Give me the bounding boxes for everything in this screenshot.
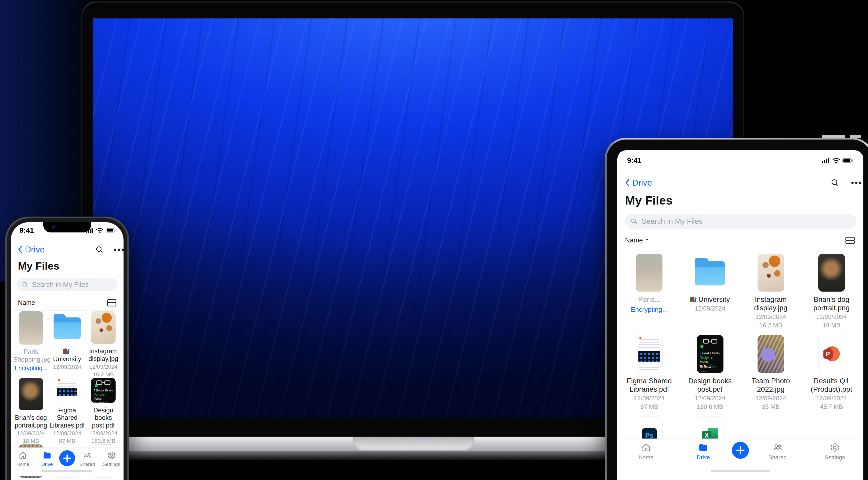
photo-thumbnail bbox=[818, 254, 845, 292]
tab-label: Drive bbox=[697, 454, 710, 461]
search-icon bbox=[630, 217, 638, 225]
search-placeholder: Search in My Files bbox=[642, 217, 703, 226]
shared-people-icon bbox=[772, 442, 783, 453]
powerpoint-icon: P bbox=[824, 349, 833, 359]
grid-item[interactable]: Paris Shopping.jpg Encrypting... bbox=[13, 311, 49, 378]
file-date: 12/09/2024 bbox=[694, 305, 725, 312]
sort-arrow-icon: ↑ bbox=[645, 236, 649, 244]
drive-folder-icon bbox=[698, 442, 708, 453]
tab-drive[interactable]: Drive bbox=[35, 451, 59, 467]
pdf-thumbnail: 5 Books Every Designer Needs To Read VOL… bbox=[697, 335, 723, 373]
tab-label: Shared bbox=[80, 461, 95, 467]
search-input[interactable]: Search in My Files bbox=[624, 214, 856, 229]
add-button[interactable] bbox=[59, 450, 75, 466]
search-icon[interactable] bbox=[830, 178, 840, 187]
back-label: Drive bbox=[632, 178, 652, 187]
file-date: 12/09/2024 bbox=[53, 364, 81, 370]
add-button[interactable] bbox=[732, 442, 749, 459]
grid-item[interactable]: Figma Shared Libraries.pdf 12/09/2024 87… bbox=[50, 378, 85, 444]
internxt-tablet-app: 9:41 Drive bbox=[617, 150, 863, 480]
grid-item[interactable]: Instagram display.jpg 12/09/2024 16.2 MB bbox=[86, 311, 121, 378]
more-menu-icon[interactable] bbox=[114, 248, 116, 251]
grid-item[interactable]: Team Photo 2022.jpg 12/09/2024 35 MB bbox=[745, 335, 797, 416]
file-size: 87 MB bbox=[641, 403, 658, 410]
pdf-thumbnail bbox=[636, 335, 663, 373]
search-placeholder: Search in My Files bbox=[32, 281, 89, 289]
sort-row[interactable]: Name ↑ bbox=[625, 236, 855, 244]
grid-item[interactable]: P Results Q1 (Product).ppt 12/09/2024 48… bbox=[806, 335, 857, 416]
file-date: 12/09/2024 bbox=[755, 395, 786, 402]
tab-home[interactable]: Home bbox=[11, 451, 35, 467]
file-name: University bbox=[690, 295, 730, 304]
file-name: University bbox=[50, 348, 85, 363]
home-icon bbox=[18, 451, 27, 460]
iphone-frame: 9:41 Drive My Files bbox=[5, 216, 129, 480]
list-view-icon[interactable] bbox=[845, 237, 855, 244]
book-cover-line: 5 Books Every bbox=[94, 388, 113, 392]
tab-home[interactable]: Home bbox=[617, 442, 675, 461]
back-button[interactable]: Drive bbox=[625, 178, 652, 187]
pdf-thumbnail: 5 Books Every Designer Needs To Read VOL… bbox=[91, 378, 116, 403]
ipad-frame: 9:41 Drive bbox=[605, 138, 868, 480]
file-size: 48.7 MB bbox=[820, 403, 843, 410]
grid-item[interactable]: Brian’s dog portrait.png 12/09/2024 18 M… bbox=[806, 254, 857, 335]
tab-label: Shared bbox=[768, 454, 786, 461]
grid-item[interactable]: University 12/09/2024 bbox=[50, 311, 85, 378]
back-label: Drive bbox=[25, 245, 44, 254]
page-title: My Files bbox=[18, 260, 59, 272]
tab-shared[interactable]: Shared bbox=[749, 442, 806, 461]
tab-label: Home bbox=[639, 454, 653, 461]
file-name: Results Q1 (Product).ppt bbox=[806, 377, 857, 393]
photo-thumbnail bbox=[757, 254, 784, 292]
status-time: 9:41 bbox=[20, 226, 34, 235]
tablet-nav-row: Drive bbox=[625, 178, 854, 187]
grid-item[interactable]: Brian’s dog portrait.png 12/09/2024 18 M… bbox=[13, 378, 49, 444]
tab-settings[interactable]: Settings bbox=[99, 451, 124, 467]
file-name: Paris... bbox=[638, 295, 660, 304]
tablet-bezel: 9:41 Drive bbox=[607, 139, 868, 480]
more-menu-icon[interactable] bbox=[851, 182, 854, 184]
tab-shared[interactable]: Shared bbox=[75, 451, 99, 467]
tab-settings[interactable]: Settings bbox=[806, 442, 864, 461]
grid-item[interactable]: 5 Books Every Designer Needs To Read VOL… bbox=[86, 378, 121, 444]
file-size: 180.6 MB bbox=[697, 403, 723, 410]
internxt-mobile-app: 9:41 Drive My Files bbox=[11, 222, 124, 480]
file-name: Design books post.pdf bbox=[684, 377, 736, 393]
grid-item[interactable]: 5 Books Every Designer Needs To Read VOL… bbox=[684, 335, 736, 416]
settings-gear-icon bbox=[107, 451, 116, 460]
tab-drive[interactable]: Drive bbox=[675, 442, 732, 461]
chevron-left-icon bbox=[18, 246, 22, 253]
pdf-thumbnail bbox=[55, 378, 80, 403]
search-icon[interactable] bbox=[95, 245, 104, 254]
file-name: Design books post.pdf bbox=[86, 407, 121, 429]
divider bbox=[617, 248, 863, 248]
file-name: Instagram display.jpg bbox=[745, 295, 797, 312]
home-icon bbox=[641, 442, 651, 453]
file-date: 12/09/2024 bbox=[694, 395, 725, 402]
grid-item[interactable]: University 12/09/2024 bbox=[690, 254, 730, 335]
search-input[interactable]: Search in My Files bbox=[17, 278, 117, 291]
tab-label: Settings bbox=[825, 454, 845, 461]
file-name: Team Photo 2022.jpg bbox=[745, 377, 797, 393]
book-cover-line: 5 Books Every bbox=[700, 351, 720, 355]
home-indicator[interactable] bbox=[711, 470, 770, 472]
home-indicator[interactable] bbox=[42, 470, 93, 472]
ppt-thumbnail: P bbox=[818, 335, 845, 373]
tab-label: Home bbox=[17, 461, 29, 467]
file-name: Instagram display.jpg bbox=[86, 347, 121, 363]
file-size: 18 MB bbox=[23, 438, 39, 444]
grid-item[interactable]: Figma Shared Libraries.pdf 12/09/2024 87… bbox=[624, 335, 675, 416]
tablet-power-button bbox=[850, 135, 861, 138]
grid-item[interactable]: Paris... Encrypting... bbox=[631, 254, 668, 335]
battery-icon bbox=[105, 227, 116, 234]
search-icon bbox=[22, 281, 29, 288]
file-size: 35 MB bbox=[762, 403, 780, 410]
back-button[interactable]: Drive bbox=[18, 245, 44, 254]
file-date: 12/09/2024 bbox=[17, 430, 45, 437]
shared-people-icon bbox=[83, 451, 92, 460]
chevron-left-icon bbox=[625, 179, 630, 187]
file-date: 12/09/2024 bbox=[816, 313, 847, 320]
file-name: Paris Shopping.jpg bbox=[13, 348, 49, 363]
grid-item[interactable]: Instagram display.jpg 12/09/2024 16.2 MB bbox=[745, 254, 797, 335]
file-size: 16.2 MB bbox=[93, 371, 114, 378]
